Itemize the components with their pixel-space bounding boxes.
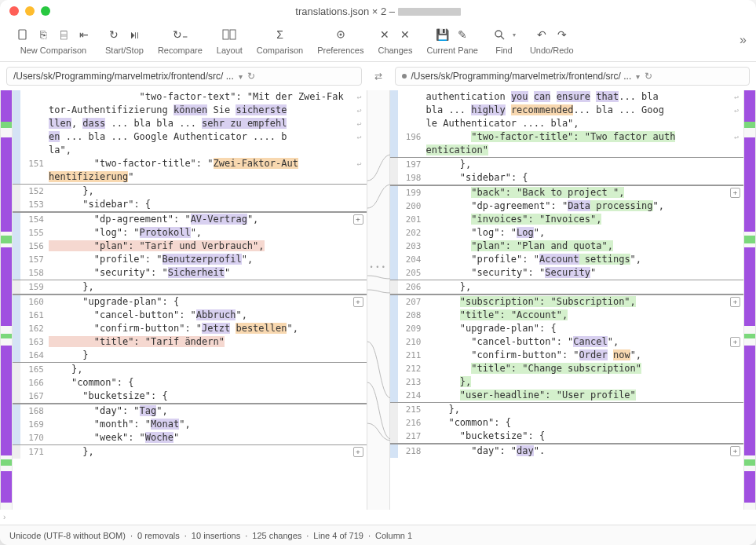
code-row[interactable]: 204 "profile": "Account settings", bbox=[390, 253, 744, 266]
xleft-icon[interactable]: ✕ bbox=[378, 27, 392, 42]
code-content[interactable]: "dp-agreement": "Data processing", bbox=[426, 199, 744, 213]
code-content[interactable]: en ... bla ... Google Authenticator ....… bbox=[49, 130, 367, 144]
code-row[interactable]: 160 "upgrade-plan": {+ bbox=[13, 294, 367, 309]
code-content[interactable]: "plan": "Tarif und Verbrauch", bbox=[49, 240, 367, 253]
code-row[interactable]: 198 "sidebar": { bbox=[390, 171, 744, 185]
code-content[interactable]: "confirm-button": "Order now", bbox=[426, 349, 744, 362]
code-row[interactable]: authentication you can ensure that... bl… bbox=[390, 90, 744, 104]
code-content[interactable]: "plan": "Plan and quota", bbox=[426, 240, 744, 253]
code-row[interactable]: tor-Authentifizierung können Sie sichers… bbox=[13, 104, 367, 117]
code-row[interactable]: en ... bla ... Google Authenticator ....… bbox=[13, 130, 367, 144]
right-overview-gutter[interactable] bbox=[743, 90, 756, 510]
code-row[interactable]: 208 "title": "Account", bbox=[390, 309, 744, 322]
code-content[interactable]: "profile": "Account settings", bbox=[426, 253, 744, 266]
left-pane[interactable]: "two-factor-text": "Mit der Zwei-Fak↩tor… bbox=[13, 90, 367, 510]
code-content[interactable]: "upgrade-plan": {+ bbox=[49, 295, 367, 309]
code-row[interactable]: 163 "title": "Tarif ändern" bbox=[13, 335, 367, 349]
code-content[interactable]: bla ... highly recommended... bla ... Go… bbox=[426, 104, 744, 117]
code-row[interactable]: 168 "day": "Tag", bbox=[13, 404, 367, 418]
code-content[interactable]: "month": "Monat", bbox=[49, 418, 367, 431]
code-content[interactable]: "title": "Tarif ändern" bbox=[49, 335, 367, 349]
code-content[interactable]: "profile": "Benutzerprofil", bbox=[49, 253, 367, 266]
doc-icon[interactable] bbox=[16, 27, 30, 42]
code-content[interactable]: entication" bbox=[426, 144, 744, 157]
code-content[interactable]: "common": { bbox=[49, 376, 367, 390]
reload-icon[interactable]: ↻ bbox=[107, 27, 121, 42]
code-row[interactable]: 217 "bucketsize": { bbox=[390, 430, 744, 444]
code-row[interactable]: 151 "two-factor-title": "Zwei-Faktor-Aut… bbox=[13, 157, 367, 170]
code-content[interactable]: "bucketsize": { bbox=[49, 390, 367, 403]
titlebar[interactable]: translations.json × 2 – bbox=[0, 0, 756, 22]
history-icon[interactable]: ↻ bbox=[645, 71, 652, 82]
sigma-icon[interactable]: Σ bbox=[272, 27, 287, 42]
code-row[interactable]: 158 "security": "Sicherheit" bbox=[13, 266, 367, 280]
code-row[interactable]: 210 "cancel-button": "Cancel",+ bbox=[390, 335, 744, 349]
code-content[interactable]: "bucketsize": { bbox=[426, 430, 744, 443]
code-row[interactable]: entication" bbox=[390, 144, 744, 158]
code-row[interactable]: 211 "confirm-button": "Order now", bbox=[390, 349, 744, 362]
code-row[interactable]: 165 }, bbox=[13, 363, 367, 376]
code-row[interactable]: 157 "profile": "Benutzerprofil", bbox=[13, 253, 367, 266]
code-content[interactable]: "security": "Security" bbox=[426, 266, 744, 280]
dropdown-icon[interactable]: ▾ bbox=[636, 72, 640, 81]
code-content[interactable]: }, bbox=[426, 158, 744, 171]
code-content[interactable]: "upgrade-plan": { bbox=[426, 322, 744, 335]
path-swap-icon[interactable]: ⇄ bbox=[371, 71, 385, 82]
code-content[interactable]: }, bbox=[49, 185, 367, 198]
code-content[interactable]: "day": "Tag", bbox=[49, 404, 367, 418]
code-content[interactable]: "sidebar": { bbox=[49, 198, 367, 211]
code-row[interactable]: 159 }, bbox=[13, 280, 367, 294]
doc2-icon[interactable]: ⎘ bbox=[36, 27, 50, 42]
merge-button[interactable]: + bbox=[730, 188, 740, 198]
left-overview-gutter[interactable] bbox=[0, 90, 13, 510]
code-row[interactable]: 166 "common": { bbox=[13, 376, 367, 390]
pause-icon[interactable]: ⏯ bbox=[127, 27, 141, 42]
code-content[interactable]: "day": "day".+ bbox=[426, 444, 744, 458]
code-content[interactable]: "two-factor-title": "Two factor auth↩ bbox=[426, 130, 744, 144]
code-row[interactable]: 205 "security": "Security" bbox=[390, 266, 744, 280]
code-row[interactable]: 202 "log": "Log", bbox=[390, 226, 744, 240]
code-content[interactable]: }, bbox=[426, 280, 744, 294]
code-content[interactable]: }, bbox=[426, 375, 744, 389]
recompare-icon[interactable]: ↻₌ bbox=[173, 27, 187, 42]
code-content[interactable]: "title": "Change subscription" bbox=[426, 362, 744, 375]
code-row[interactable]: 162 "confirm-button": "Jetzt bestellen", bbox=[13, 322, 367, 335]
code-content[interactable]: }, bbox=[49, 280, 367, 294]
code-content[interactable]: le Authenticator .... bla", bbox=[426, 117, 744, 130]
code-row[interactable]: 201 "invoices": "Invoices", bbox=[390, 213, 744, 226]
code-row[interactable]: 164 } bbox=[13, 349, 367, 363]
code-row[interactable]: 216 "common": { bbox=[390, 416, 744, 430]
save-icon[interactable]: 💾 bbox=[435, 27, 449, 42]
code-row[interactable]: le Authenticator .... bla", bbox=[390, 117, 744, 130]
left-path[interactable]: /Users/sk/Programming/marvelmetrix/front… bbox=[6, 67, 362, 86]
code-row[interactable]: 153 "sidebar": { bbox=[13, 198, 367, 212]
code-row[interactable]: "two-factor-text": "Mit der Zwei-Fak↩ bbox=[13, 90, 367, 104]
redo-icon[interactable]: ↷ bbox=[555, 27, 569, 42]
dropdown-icon[interactable]: ▾ bbox=[239, 72, 243, 81]
merge-button[interactable]: + bbox=[353, 447, 363, 457]
code-row[interactable]: 169 "month": "Monat", bbox=[13, 418, 367, 431]
code-row[interactable]: 156 "plan": "Tarif und Verbrauch", bbox=[13, 240, 367, 253]
code-row[interactable]: 203 "plan": "Plan and quota", bbox=[390, 240, 744, 253]
code-content[interactable]: "dp-agreement": "AV-Vertrag",+ bbox=[49, 213, 367, 226]
layout-icon[interactable] bbox=[222, 27, 236, 42]
edit-icon[interactable]: ✎ bbox=[455, 27, 469, 42]
code-row[interactable]: la", bbox=[13, 144, 367, 157]
code-row[interactable]: 212 "title": "Change subscription" bbox=[390, 362, 744, 375]
code-content[interactable]: "confirm-button": "Jetzt bestellen", bbox=[49, 322, 367, 335]
code-row[interactable]: 209 "upgrade-plan": { bbox=[390, 322, 744, 335]
code-content[interactable]: "week": "Woche" bbox=[49, 431, 367, 444]
code-content[interactable]: "log": "Log", bbox=[426, 226, 744, 240]
code-row[interactable]: 170 "week": "Woche" bbox=[13, 431, 367, 445]
code-content[interactable]: "log": "Protokoll", bbox=[49, 226, 367, 240]
code-row[interactable]: 171 },+ bbox=[13, 445, 367, 459]
code-content[interactable]: "title": "Account", bbox=[426, 309, 744, 322]
right-pane[interactable]: authentication you can ensure that... bl… bbox=[390, 90, 744, 510]
code-content[interactable]: }, bbox=[426, 403, 744, 416]
code-content[interactable]: "security": "Sicherheit" bbox=[49, 266, 367, 280]
folder-icon[interactable]: ⌸ bbox=[57, 27, 71, 42]
code-content[interactable]: tor-Authentifizierung können Sie sichers… bbox=[49, 104, 367, 117]
code-row[interactable]: 215 }, bbox=[390, 403, 744, 416]
code-content[interactable]: }, bbox=[49, 363, 367, 376]
code-row[interactable]: 167 "bucketsize": { bbox=[13, 390, 367, 404]
